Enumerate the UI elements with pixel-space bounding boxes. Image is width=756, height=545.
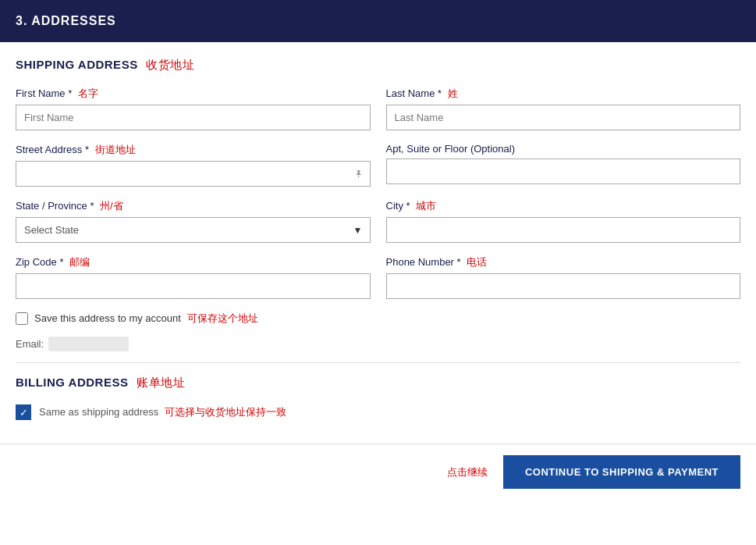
first-name-input[interactable]	[16, 105, 371, 130]
apt-label: Apt, Suite or Floor (Optional)	[386, 143, 741, 155]
name-row: First Name * 名字 Last Name * 姓	[16, 87, 740, 130]
street-label: Street Address * 街道地址	[16, 143, 371, 157]
street-input-wrapper: 🖈	[16, 161, 371, 187]
section-divider	[16, 362, 740, 363]
billing-section: BILLING ADDRESS 账单地址 Same as shipping ad…	[0, 376, 756, 428]
continue-hint: 点击继续	[447, 465, 488, 479]
billing-section-title: BILLING ADDRESS 账单地址	[16, 376, 740, 390]
zip-label: Zip Code * 邮编	[16, 255, 371, 269]
phone-label: Phone Number * 电话	[386, 255, 741, 269]
city-group: City * 城市	[386, 199, 741, 243]
same-address-row: Same as shipping address 可选择与收货地址保持一致	[16, 404, 740, 420]
pin-icon: 🖈	[353, 168, 364, 180]
shipping-section-title: SHIPPING ADDRESS 收货地址	[16, 58, 740, 73]
state-label: State / Province * 州/省	[16, 199, 371, 213]
phone-input[interactable]	[386, 273, 741, 299]
apt-input[interactable]	[386, 159, 741, 184]
page-header: 3. ADDRESSES	[0, 0, 756, 42]
state-group: State / Province * 州/省 Select State Alab…	[16, 199, 371, 243]
zip-phone-row: Zip Code * 邮编 Phone Number * 电话	[16, 255, 740, 299]
state-city-row: State / Province * 州/省 Select State Alab…	[16, 199, 740, 243]
same-address-label: Same as shipping address 可选择与收货地址保持一致	[39, 405, 286, 419]
continue-button[interactable]: CONTINUE TO SHIPPING & PAYMENT	[503, 455, 740, 489]
state-select[interactable]: Select State Alabama Alaska Arizona Cali…	[16, 217, 371, 243]
save-address-label: Save this address to my account 可保存这个地址	[34, 312, 258, 326]
apt-group: Apt, Suite or Floor (Optional)	[386, 143, 741, 187]
zip-group: Zip Code * 邮编	[16, 255, 371, 299]
phone-group: Phone Number * 电话	[386, 255, 741, 299]
email-value	[48, 337, 129, 351]
email-row: Email:	[16, 337, 740, 351]
zip-input[interactable]	[16, 273, 371, 299]
state-select-wrapper: Select State Alabama Alaska Arizona Cali…	[16, 217, 371, 243]
footer-bar: 点击继续 CONTINUE TO SHIPPING & PAYMENT	[0, 443, 756, 500]
last-name-group: Last Name * 姓	[386, 87, 741, 130]
city-input[interactable]	[386, 217, 741, 243]
city-label: City * 城市	[386, 199, 741, 213]
last-name-input[interactable]	[386, 105, 741, 130]
first-name-group: First Name * 名字	[16, 87, 371, 130]
street-input[interactable]	[16, 161, 371, 187]
last-name-label: Last Name * 姓	[386, 87, 741, 101]
same-address-checkbox[interactable]	[16, 404, 31, 420]
save-address-row: Save this address to my account 可保存这个地址	[16, 312, 740, 326]
header-title: 3. ADDRESSES	[16, 14, 116, 27]
street-group: Street Address * 街道地址 🖈	[16, 143, 371, 187]
save-address-checkbox[interactable]	[16, 312, 28, 325]
first-name-label: First Name * 名字	[16, 87, 371, 101]
address-row: Street Address * 街道地址 🖈 Apt, Suite or Fl…	[16, 143, 740, 187]
